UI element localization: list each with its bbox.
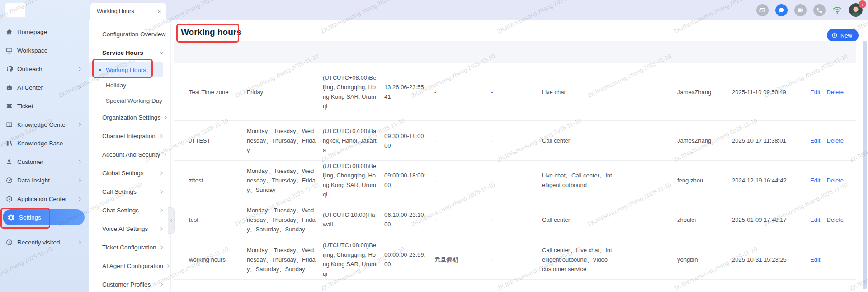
cell-special-working-days: -: [491, 87, 542, 97]
settings-nav-item-customer-profiles[interactable]: Customer Profiles: [89, 275, 170, 292]
cell-name: JTTEST: [174, 136, 247, 145]
new-button[interactable]: New: [827, 29, 859, 42]
working-hours-table: Test Time zone Friday (UTCUTC+08:00)Beij…: [174, 41, 856, 280]
home-icon: [5, 28, 13, 36]
plus-circle-icon: [831, 32, 838, 38]
sidebar-item-ticket[interactable]: Ticket: [0, 97, 89, 115]
sidebar-item-knowledge-base[interactable]: Knowledge Base: [0, 134, 89, 153]
cell-time-zone: (UTCUTC+08:00)Beijing, Chongqing, Hong K…: [323, 161, 384, 199]
cell-applicable-range: Call center、Live chat、Intelligent outbou…: [542, 245, 619, 274]
sidebar-collapse-handle[interactable]: [168, 207, 175, 234]
sidebar-item-label: Workspace: [17, 47, 82, 54]
cell-operation: Edit Delete: [810, 87, 856, 97]
settings-nav-item-configuration-overview[interactable]: Configuration Overview: [89, 25, 170, 43]
sidebar-item-customer[interactable]: Customer: [0, 153, 89, 171]
sidebar-item-label: AI Center: [17, 84, 73, 91]
cell-working-period: 09:30:00-18:00:00: [384, 131, 434, 150]
cell-name: zftest: [174, 176, 247, 185]
chevron-right-icon: [163, 115, 168, 120]
settings-nav-item-special-working-day[interactable]: Special Working Day: [89, 93, 170, 108]
settings-nav-item-holiday[interactable]: Holiday: [89, 77, 170, 93]
cell-operation: Edit Delete: [810, 136, 856, 145]
sidebar-divider: [6, 230, 82, 230]
cell-update-time: 2025-11-10 09:50:49: [732, 87, 810, 97]
sidebar-item-settings[interactable]: Settings: [3, 209, 85, 225]
settings-nav-label: Configuration Overview: [102, 31, 165, 38]
vertical-scrollbar-thumb[interactable]: [863, 41, 867, 289]
sidebar-item-outreach[interactable]: Outreach: [0, 60, 89, 78]
chevron-right-icon: [159, 134, 164, 139]
delete-link[interactable]: Delete: [826, 136, 844, 145]
settings-nav-item-ticket-configuration[interactable]: Ticket Configuration: [89, 238, 170, 257]
sidebar-item-application-center[interactable]: Application Center: [0, 190, 89, 208]
sidebar-item-label: Application Center: [17, 196, 73, 202]
delete-link[interactable]: Delete: [826, 176, 844, 185]
chevron-right-icon: [77, 178, 82, 183]
sidebar-item-data-insight[interactable]: Data Insight: [0, 171, 89, 190]
sidebar-item-label: Knowledge Center: [17, 121, 73, 128]
settings-nav-item-call-settings[interactable]: Call Settings: [89, 182, 170, 201]
cell-weekly-working-days: Monday、Tuesday、Wednesday、Thursday、Friday…: [247, 245, 323, 274]
settings-nav-label: Voice AI Settings: [102, 225, 156, 232]
sidebar-item-label: Settings: [19, 214, 81, 221]
user-avatar[interactable]: 7: [849, 3, 863, 17]
settings-nav-label: AI Agent Configuration: [102, 263, 163, 269]
settings-nav-item-global-settings[interactable]: Global Settings: [89, 164, 170, 182]
cell-special-working-days: -: [491, 136, 542, 145]
settings-nav-item-service-hours[interactable]: Service Hours: [89, 43, 170, 62]
settings-nav-list: Configuration Overview Service Hours Wor…: [89, 20, 170, 292]
sidebar-item-label: Ticket: [17, 103, 82, 110]
edit-link[interactable]: Edit: [810, 87, 820, 97]
edit-link[interactable]: Edit: [810, 176, 820, 185]
edit-link[interactable]: Edit: [810, 136, 820, 145]
chevron-right-icon: [159, 171, 164, 176]
edit-link[interactable]: Edit: [810, 215, 820, 225]
sidebar-item-workspace[interactable]: Workspace: [0, 41, 89, 60]
close-icon[interactable]: [157, 9, 162, 14]
sidebar-item-label: Data Insight: [17, 177, 73, 184]
gauge-icon: [5, 177, 13, 184]
table-row-jttest: JTTEST Monday、Tuesday、Wednesday、Thursday…: [174, 121, 856, 161]
cell-time-zone: (UTCUTC+08:00)Beijing, Chongqing, Hong K…: [323, 240, 384, 278]
topbar-button-phone[interactable]: [813, 4, 826, 16]
topbar-button-mail[interactable]: [756, 4, 769, 16]
selected-bullet: [99, 69, 101, 71]
settings-nav-item-organization-settings[interactable]: Organization Settings: [89, 108, 170, 127]
sidebar-item-recently-visited[interactable]: Recently visited: [0, 233, 89, 252]
settings-nav-item-chat-settings[interactable]: Chat Settings: [89, 201, 170, 220]
cell-working-period: 00:00:00-23:59:00: [384, 250, 434, 269]
cell-updated-by: yongbin: [677, 255, 732, 264]
edit-link[interactable]: Edit: [810, 255, 820, 264]
primary-nav-list: Homepage Workspace Outreach AI Center Ti…: [0, 23, 89, 225]
chevron-right-icon: [77, 67, 82, 72]
settings-nav-label: Special Working Day: [106, 97, 164, 104]
delete-link[interactable]: Delete: [826, 87, 844, 97]
topbar-button-chat[interactable]: [775, 4, 788, 16]
sidebar-item-homepage[interactable]: Homepage: [0, 23, 89, 41]
settings-nav-item-working-hours[interactable]: Working Hours: [89, 62, 163, 77]
wifi-icon[interactable]: [832, 5, 842, 15]
cell-holiday: 元旦假期: [434, 255, 491, 264]
tab-working-hours[interactable]: Working Hours: [90, 3, 166, 20]
headset-icon: [5, 65, 13, 73]
settings-nav-item-voice-ai-settings[interactable]: Voice AI Settings: [89, 220, 170, 238]
settings-nav-item-account-and-security[interactable]: Account And Security: [89, 145, 170, 164]
topbar-button-video[interactable]: [794, 4, 807, 16]
new-button-label: New: [840, 32, 852, 39]
phone-icon: [816, 7, 823, 14]
cell-applicable-range: Live chat: [542, 87, 619, 97]
chat-icon: [778, 7, 785, 14]
sidebar-item-label: Outreach: [17, 66, 73, 72]
delete-link[interactable]: Delete: [826, 215, 844, 225]
sidebar-item-ai-center[interactable]: AI Center: [0, 78, 89, 97]
cell-weekly-working-days: Friday: [247, 87, 323, 97]
table-header-row: [174, 41, 856, 63]
sidebar-item-label: Recently visited: [17, 239, 73, 246]
settings-nav-item-ai-agent-configuration[interactable]: AI Agent Configuration: [89, 257, 170, 275]
settings-nav-item-channel-integration[interactable]: Channel Integration: [89, 127, 170, 145]
table-body: Test Time zone Friday (UTCUTC+08:00)Beij…: [174, 63, 856, 280]
cell-holiday: -: [434, 136, 491, 145]
cell-weekly-working-days: Monday、Tuesday、Wednesday、Thursday、Friday…: [247, 206, 323, 234]
person-icon: [5, 158, 13, 166]
sidebar-item-knowledge-center[interactable]: Knowledge Center: [0, 115, 89, 134]
